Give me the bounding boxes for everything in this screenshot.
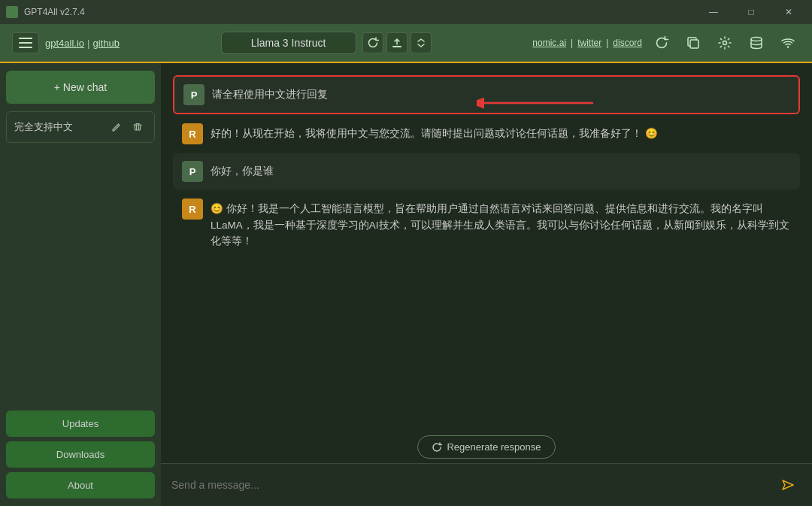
reload-button[interactable] xyxy=(650,31,674,55)
user-avatar: P xyxy=(182,161,203,182)
model-refresh-button[interactable] xyxy=(362,32,383,53)
database-button[interactable] xyxy=(744,31,768,55)
hamburger-icon xyxy=(19,38,32,48)
titlebar-title: GPT4All v2.7.4 xyxy=(24,7,85,17)
messages-container: P 请全程使用中文进行回复 R 好的！从现在开始，我将使用中文与您交流。请随时提… xyxy=(161,63,812,428)
model-upload-button[interactable] xyxy=(386,32,408,53)
link-separator: | xyxy=(87,38,89,49)
titlebar: GPT4All v2.7.4 — □ ✕ xyxy=(0,0,812,24)
message-input[interactable] xyxy=(171,479,767,491)
message-row: R 好的！从现在开始，我将使用中文与您交流。请随时提出问题或讨论任何话题，我准备… xyxy=(173,116,800,152)
titlebar-left: GPT4All v2.7.4 xyxy=(6,6,85,18)
ai-avatar: R xyxy=(182,198,203,220)
delete-chat-button[interactable] xyxy=(129,118,147,136)
send-button[interactable] xyxy=(774,471,801,498)
input-area xyxy=(161,463,812,506)
chevron-updown-icon xyxy=(415,37,427,49)
upload-icon xyxy=(391,37,403,49)
close-button[interactable]: ✕ xyxy=(771,0,806,24)
message-row: R 😊 你好！我是一个人工智能语言模型，旨在帮助用户通过自然语言对话来回答问题、… xyxy=(173,191,800,257)
model-expand-button[interactable] xyxy=(411,32,432,53)
chat-item-label: 完全支持中文 xyxy=(14,120,108,134)
edit-chat-button[interactable] xyxy=(108,118,126,136)
chat-item[interactable]: 完全支持中文 xyxy=(6,111,155,143)
downloads-button[interactable]: Downloads xyxy=(6,441,155,468)
titlebar-controls: — □ ✕ xyxy=(696,0,806,24)
discord-link[interactable]: discord xyxy=(613,38,642,48)
wifi-icon xyxy=(780,35,795,50)
twitter-link[interactable]: twitter xyxy=(577,38,601,48)
chat-item-actions xyxy=(108,118,147,136)
model-selector-area: Llama 3 Instruct xyxy=(221,32,432,54)
sidebar-spacer xyxy=(6,147,155,406)
regenerate-area: Regenerate response xyxy=(161,428,812,463)
trash-icon xyxy=(132,122,143,132)
svg-point-3 xyxy=(751,38,762,41)
model-controls xyxy=(362,32,432,53)
about-button[interactable]: About xyxy=(6,472,155,498)
topbar-right-links: nomic.ai | twitter | discord xyxy=(532,38,642,48)
topbar-links: gpt4all.io | github xyxy=(45,38,120,49)
ai-avatar: R xyxy=(182,123,203,144)
message-text: 你好，你是谁 xyxy=(211,161,791,180)
settings-button[interactable] xyxy=(713,31,737,55)
svg-point-2 xyxy=(723,41,727,45)
message-text: 好的！从现在开始，我将使用中文与您交流。请随时提出问题或讨论任何话题，我准备好了… xyxy=(211,123,791,142)
topbar: gpt4all.io | github Llama 3 Instruct xyxy=(0,24,812,63)
sidebar: + New chat 完全支持中文 Updates Downloads Abou… xyxy=(0,63,161,506)
user-avatar: P xyxy=(183,84,205,105)
minimize-button[interactable]: — xyxy=(696,0,731,24)
maximize-button[interactable]: □ xyxy=(734,0,768,24)
svg-point-4 xyxy=(787,46,789,47)
svg-rect-0 xyxy=(392,46,401,47)
svg-rect-1 xyxy=(690,40,698,48)
wifi-button[interactable] xyxy=(776,31,800,55)
chat-area: P 请全程使用中文进行回复 R 好的！从现在开始，我将使用中文与您交流。请随时提… xyxy=(161,63,812,506)
regenerate-button[interactable]: Regenerate response xyxy=(417,435,555,459)
copy-button[interactable] xyxy=(681,31,705,55)
regenerate-label: Regenerate response xyxy=(447,441,541,453)
regenerate-icon xyxy=(432,442,442,453)
database-icon xyxy=(749,35,764,50)
edit-icon xyxy=(111,122,122,132)
app-icon xyxy=(6,6,18,18)
updates-button[interactable]: Updates xyxy=(6,411,155,437)
copy-icon xyxy=(686,35,701,50)
settings-icon xyxy=(717,35,732,50)
sep1: | xyxy=(571,38,573,48)
message-text: 😊 你好！我是一个人工智能语言模型，旨在帮助用户通过自然语言对话来回答问题、提供… xyxy=(211,198,791,250)
refresh-icon xyxy=(367,37,379,49)
github-link[interactable]: github xyxy=(92,38,119,49)
sep2: | xyxy=(606,38,608,48)
model-selector[interactable]: Llama 3 Instruct xyxy=(221,32,356,54)
main-layout: + New chat 完全支持中文 Updates Downloads Abou… xyxy=(0,63,812,506)
reload-icon xyxy=(654,35,669,50)
sidebar-toggle-button[interactable] xyxy=(12,32,39,53)
topbar-right: nomic.ai | twitter | discord xyxy=(532,31,800,55)
message-row: P 你好，你是谁 xyxy=(173,153,800,189)
send-icon xyxy=(780,477,795,492)
message-text: 请全程使用中文进行回复 xyxy=(212,84,789,103)
topbar-left: gpt4all.io | github xyxy=(12,32,120,53)
new-chat-button[interactable]: + New chat xyxy=(6,71,155,104)
nomic-link[interactable]: nomic.ai xyxy=(532,38,566,48)
message-row: P 请全程使用中文进行回复 xyxy=(173,75,800,114)
gpt4all-link[interactable]: gpt4all.io xyxy=(45,38,84,49)
